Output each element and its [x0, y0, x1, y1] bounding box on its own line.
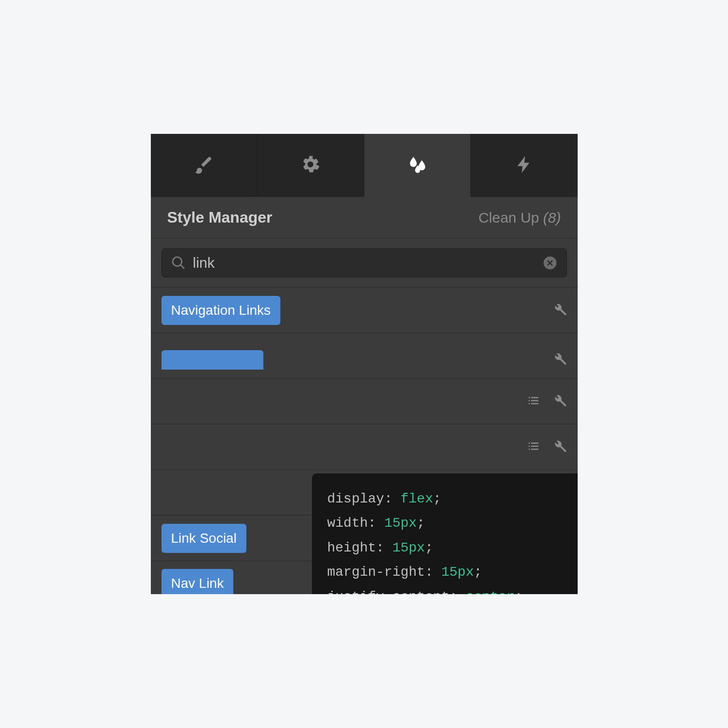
wrench-icon[interactable] [552, 393, 567, 410]
css-line: width: 15px; [327, 511, 578, 535]
wrench-icon[interactable] [552, 302, 567, 319]
close-circle-icon [542, 255, 558, 271]
class-chip-nav-link[interactable]: Nav Link [162, 569, 234, 594]
style-manager-tab[interactable] [364, 134, 471, 197]
result-row[interactable]: x [151, 379, 578, 424]
class-chip[interactable] [162, 350, 263, 370]
css-line: justify-content: center; [327, 585, 578, 594]
row-actions [552, 302, 567, 319]
panel-header: Style Manager Clean Up (8) [151, 197, 578, 239]
cleanup-button[interactable]: Clean Up (8) [478, 210, 561, 226]
drops-icon [407, 154, 428, 177]
interactions-tab[interactable] [471, 134, 577, 197]
search-icon [171, 255, 186, 271]
class-chip[interactable]: Navigation Links [162, 296, 280, 325]
panel-title: Style Manager [167, 209, 273, 226]
settings-tab[interactable] [258, 134, 364, 197]
result-row[interactable]: Navigation Links [151, 288, 578, 333]
style-manager-panel: Style Manager Clean Up (8) Navigation Li… [151, 134, 578, 594]
class-chip-link-social[interactable]: Link Social [162, 524, 246, 553]
row-actions [526, 439, 567, 455]
search-input-wrap[interactable] [162, 248, 567, 277]
search-input[interactable] [193, 255, 535, 271]
style-tab[interactable] [151, 134, 258, 197]
row-actions [552, 352, 567, 368]
result-row[interactable]: x [151, 424, 578, 470]
clear-search-button[interactable] [542, 255, 558, 271]
css-line: display: flex; [327, 487, 578, 511]
bolt-icon [514, 154, 534, 177]
css-line: margin-right: 15px; [327, 560, 578, 584]
css-line: height: 15px; [327, 536, 578, 560]
brush-icon [194, 154, 214, 177]
row-actions [526, 393, 567, 410]
search-row [151, 239, 578, 288]
wrench-icon[interactable] [552, 352, 567, 368]
css-tooltip: display: flex; width: 15px; height: 15px… [312, 473, 578, 594]
list-icon[interactable] [526, 439, 541, 455]
cleanup-count: (8) [543, 210, 561, 226]
panel-tab-bar [151, 134, 578, 197]
list-icon[interactable] [526, 393, 541, 410]
gear-icon [300, 154, 321, 177]
result-row[interactable] [151, 333, 578, 379]
wrench-icon[interactable] [552, 439, 567, 455]
cleanup-label: Clean Up [478, 210, 539, 226]
